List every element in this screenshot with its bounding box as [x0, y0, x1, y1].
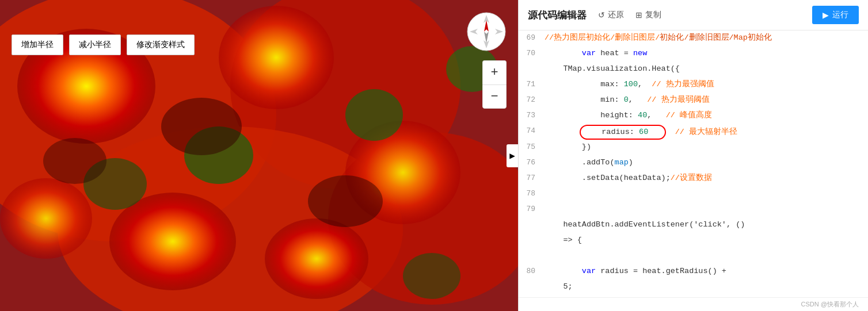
line-number [519, 62, 545, 63]
code-line-74: 74 radius: 60 // 最大辐射半径 [519, 124, 868, 140]
code-editor-panel: 源代码编辑器 ↺ 还原 ⊞ 复制 ▶ 运行 69 //热力图层初始化/删除旧图层… [518, 0, 868, 311]
line-number [519, 233, 545, 234]
line-content: radius: 60 // 最大辐射半径 [545, 124, 868, 140]
line-content: heatAddBtn.addEventListener('click', () [545, 217, 868, 231]
line-content: => { [545, 233, 868, 247]
code-line-69: 69 //热力图层初始化/删除旧图层/初始化/删除旧图层/Map初始化 [519, 30, 868, 46]
map-panel: 增加半径 减小半径 修改渐变样式 + − ▶ [0, 0, 518, 311]
line-content: max: 100, // 热力最强阈值 [545, 77, 868, 91]
svg-point-17 [308, 175, 383, 227]
code-editor-body: 69 //热力图层初始化/删除旧图层/初始化/删除旧图层/Map初始化 70 v… [519, 30, 868, 297]
svg-point-10 [0, 178, 92, 259]
line-content: 5; [545, 279, 868, 293]
code-editor-header: 源代码编辑器 ↺ 还原 ⊞ 复制 ▶ 运行 [519, 0, 868, 30]
modify-gradient-button[interactable]: 修改渐变样式 [127, 34, 195, 55]
line-content: height: 40, // 峰值高度 [545, 108, 868, 122]
restore-button[interactable]: ↺ 还原 [598, 10, 624, 20]
code-line-eventlistener: heatAddBtn.addEventListener('click', () [519, 217, 868, 233]
code-line-80: 80 var radius = heat.getRadius() + [519, 264, 868, 279]
zoom-out-button[interactable]: − [482, 85, 507, 109]
svg-point-12 [345, 89, 403, 141]
code-line-78: 78 [519, 186, 868, 202]
code-line-72: 72 min: 0, // 热力最弱阈值 [519, 93, 868, 108]
code-line-75: 75 }) [519, 140, 868, 155]
decrease-radius-button[interactable]: 减小半径 [69, 34, 121, 55]
line-number: 80 [519, 264, 545, 277]
code-line-70: 70 var heat = new [519, 46, 868, 62]
run-label: 运行 [832, 10, 848, 20]
line-number: 76 [519, 155, 545, 168]
restore-icon: ↺ [598, 10, 605, 20]
code-footer: CSDN @快看那个人 [519, 297, 868, 311]
copy-icon: ⊞ [635, 10, 642, 20]
code-line-blank [519, 248, 868, 264]
code-line-arrow: => { [519, 233, 868, 248]
compass[interactable] [466, 11, 507, 52]
line-content: }) [545, 140, 868, 153]
svg-point-15 [403, 253, 460, 299]
code-line-70b: TMap.visualization.Heat({ [519, 62, 868, 77]
line-number: 74 [519, 124, 545, 137]
run-icon: ▶ [823, 10, 829, 20]
line-number [519, 279, 545, 281]
copy-button[interactable]: ⊞ 复制 [635, 10, 661, 20]
line-number: 73 [519, 108, 545, 121]
line-number: 72 [519, 93, 545, 106]
side-arrow-button[interactable]: ▶ [507, 144, 518, 167]
line-number: 70 [519, 46, 545, 59]
code-line-76: 76 .addTo(map) [519, 155, 868, 171]
code-line-5: 5; [519, 279, 868, 295]
svg-point-6 [219, 6, 334, 109]
code-line-71: 71 max: 100, // 热力最强阈值 [519, 77, 868, 93]
line-number: 75 [519, 140, 545, 153]
line-content: .addTo(map) [545, 155, 868, 169]
zoom-controls: + − [482, 60, 507, 109]
line-content: TMap.visualization.Heat({ [545, 62, 868, 75]
line-content: var radius = heat.getRadius() + [545, 264, 868, 278]
line-number [519, 217, 545, 218]
line-content [545, 248, 868, 249]
line-number [519, 248, 545, 249]
line-content: .setData(heatData);//设置数据 [545, 171, 868, 185]
line-content: //热力图层初始化/删除旧图层/初始化/删除旧图层/Map初始化 [545, 30, 868, 44]
zoom-in-button[interactable]: + [482, 60, 507, 85]
map-controls: 增加半径 减小半径 修改渐变样式 [12, 34, 195, 55]
line-content: min: 0, // 热力最弱阈值 [545, 93, 868, 106]
svg-point-18 [43, 138, 106, 184]
svg-point-16 [161, 98, 242, 155]
code-line-79: 79 [519, 202, 868, 217]
run-button[interactable]: ▶ 运行 [812, 6, 859, 24]
line-number: 77 [519, 171, 545, 184]
code-line-77: 77 .setData(heatData);//设置数据 [519, 171, 868, 186]
line-content [545, 202, 868, 203]
increase-radius-button[interactable]: 增加半径 [12, 34, 63, 55]
line-content: var heat = new [545, 46, 868, 60]
copy-label: 复制 [645, 10, 661, 20]
line-number: 71 [519, 77, 545, 90]
line-content [545, 186, 868, 187]
line-number: 78 [519, 186, 545, 199]
editor-title: 源代码编辑器 [528, 9, 587, 22]
line-number: 79 [519, 202, 545, 215]
line-number: 69 [519, 30, 545, 44]
restore-label: 还原 [608, 10, 624, 20]
svg-point-9 [265, 218, 368, 299]
code-line-73: 73 height: 40, // 峰值高度 [519, 108, 868, 124]
